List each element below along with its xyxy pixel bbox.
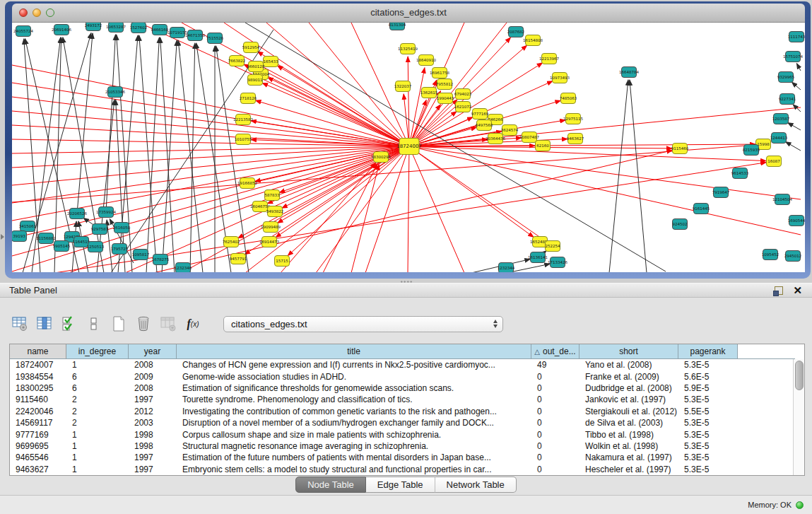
graph-node-label: 3493822 <box>266 209 284 214</box>
graph-node-label: 5912954 <box>242 45 260 49</box>
graph-node-label: 16154808 <box>523 38 543 42</box>
delete-column-icon[interactable] <box>135 315 152 332</box>
table-cell: Jankovic et al. (1997) <box>579 395 678 404</box>
network-canvas[interactable]: 1830029511325419186409101696175879558121… <box>12 23 805 272</box>
table-cell: 2008 <box>129 383 177 393</box>
table-row[interactable]: 1872400712008Changes of HCN gene express… <box>10 359 804 370</box>
close-panel-icon[interactable]: ✕ <box>793 286 802 295</box>
graph-node-label: 20364436 <box>486 136 505 141</box>
show-columns-icon[interactable] <box>36 315 53 332</box>
table-cell: 5.3E-5 <box>678 430 738 440</box>
table-cell: 2 <box>66 418 129 428</box>
table-toolbar: f(x) citations_edges.txt <box>11 315 503 333</box>
column-header-filler[interactable] <box>738 344 795 359</box>
function-builder-icon[interactable]: f(x) <box>184 315 201 332</box>
float-panel-icon[interactable] <box>775 286 783 295</box>
table-cell: 2008 <box>129 360 177 370</box>
clear-selection-icon[interactable] <box>86 315 102 332</box>
window-titlebar[interactable]: citations_edges.txt <box>12 4 805 23</box>
network-graph[interactable]: 1830029511325419186409101696175879558121… <box>12 23 805 272</box>
column-header-out-de[interactable]: △out_de... <box>531 344 579 359</box>
graph-node-label: 21053346 <box>105 90 125 94</box>
table-cell: 6 <box>66 383 129 393</box>
network-window: citations_edges.txt 18300295113254191864… <box>5 1 811 279</box>
column-header-in-degree[interactable]: in_degree <box>66 344 129 359</box>
graph-node-label: 1322037 <box>394 84 412 88</box>
table-cell: 18300295 <box>10 383 66 393</box>
window-title: citations_edges.txt <box>12 4 805 22</box>
table-row[interactable]: 1938455462009Genome-wide association stu… <box>10 370 804 382</box>
tab-node-table[interactable]: Node Table <box>295 477 366 493</box>
scrollbar-thumb[interactable] <box>795 361 804 390</box>
table-cell: 5.3E-5 <box>678 395 738 404</box>
graph-node-label: 17133426 <box>548 260 567 264</box>
graph-node-label: 1095817 <box>132 252 150 257</box>
graph-node-label: 924502 <box>673 222 688 226</box>
tab-network-table[interactable]: Network Table <box>435 477 517 493</box>
graph-node-label: 20691406 <box>52 28 71 32</box>
graph-node-label: 1690544 <box>788 218 805 223</box>
vertical-scrollbar[interactable] <box>793 359 804 475</box>
table-cell: Wolkin et al. (1998) <box>579 441 678 451</box>
column-header-title[interactable]: title <box>177 344 531 359</box>
graph-node-label: 15998 <box>757 142 770 146</box>
zoom-window-button[interactable] <box>46 8 54 17</box>
table-row[interactable]: 911546021997Tourette syndrome. Phenomeno… <box>10 394 804 405</box>
graph-node-label: 1164519 <box>73 240 90 244</box>
graph-node-label: 15751074 <box>783 54 803 59</box>
splitter-collapse-arrow[interactable] <box>1 234 4 240</box>
column-header-name[interactable]: name <box>10 344 66 359</box>
graph-node-label: 39193 <box>13 234 25 238</box>
table-cell: Franke et al. (2009) <box>579 372 678 382</box>
column-header-short[interactable]: short <box>579 344 678 359</box>
table-cell: 2 <box>66 407 129 416</box>
table-body: 1872400712008Changes of HCN gene express… <box>10 359 804 475</box>
table-cell: Disruption of a novel member of a sodium… <box>177 418 531 428</box>
table-tabs: Node TableEdge TableNetwork Table <box>0 477 812 493</box>
graph-node-label: 7625402 <box>223 240 240 244</box>
table-selector-dropdown[interactable]: citations_edges.txt <box>223 316 503 332</box>
graph-node-label: 165433 <box>264 59 278 64</box>
graph-node-label: 12213583 <box>233 117 253 122</box>
graph-node-label: 10807487 <box>519 135 539 139</box>
close-window-button[interactable] <box>19 8 28 17</box>
table-cell: 9777169 <box>10 430 66 440</box>
table-row[interactable]: 1830029562008Estimation of significance … <box>10 382 804 394</box>
table-cell: 1997 <box>129 465 177 474</box>
graph-node-label: 9614533 <box>731 171 749 175</box>
select-rows-icon[interactable] <box>61 315 78 332</box>
tab-edge-table[interactable]: Edge Table <box>366 477 435 493</box>
table-cell: 1 <box>66 360 129 370</box>
graph-node-label: 18724007 <box>396 144 422 149</box>
table-cell: 1 <box>66 465 129 474</box>
graph-node-label: 7515526 <box>206 36 224 40</box>
column-header-pagerank[interactable]: pagerank <box>678 344 738 359</box>
table-cell: 5.3E-5 <box>678 452 738 462</box>
table-row[interactable]: 1456911722003Disruption of a novel membe… <box>10 417 804 428</box>
graph-node-label: 62160 <box>536 144 549 148</box>
table-settings-icon[interactable] <box>11 315 28 332</box>
table-cell: 19384554 <box>10 372 66 382</box>
delete-table-icon[interactable] <box>160 315 177 332</box>
table-row[interactable]: 946362711997Embryonic stem cells: a mode… <box>10 464 804 475</box>
graph-node-label: 1232344 <box>498 266 515 270</box>
table-row[interactable]: 969969511998Structural magnetic resonanc… <box>10 440 804 452</box>
table-panel-body: f(x) citations_edges.txt namein_degreeye… <box>0 298 812 495</box>
table-cell: Yano et al. (2008) <box>579 360 678 370</box>
graph-node-label: 6497568 <box>476 123 493 127</box>
table-panel-header: Table Panel ✕ <box>0 283 812 298</box>
table-cell: Structural magnetic resonance image aver… <box>177 441 531 451</box>
column-header-year[interactable]: year <box>129 344 177 359</box>
minimize-window-button[interactable] <box>33 8 41 17</box>
table-cell: 5.3E-5 <box>678 360 738 370</box>
table-cell: 1 <box>66 452 129 462</box>
graph-node-label: 7663822 <box>228 59 246 63</box>
create-column-icon[interactable] <box>110 315 127 332</box>
table-row[interactable]: 2242004622012Investigating the contribut… <box>10 406 804 417</box>
table-row[interactable]: 946554611997Estimation of the future num… <box>10 452 804 463</box>
graph-node-label: 9660128 <box>247 64 265 69</box>
table-row[interactable]: 977716911998Corpus callosum shape and si… <box>10 428 804 440</box>
table-cell: Corpus callosum shape and size in male p… <box>177 430 531 440</box>
table-cell: Nakamura et al. (1997) <box>579 452 678 462</box>
memory-ok-icon[interactable] <box>796 501 804 509</box>
